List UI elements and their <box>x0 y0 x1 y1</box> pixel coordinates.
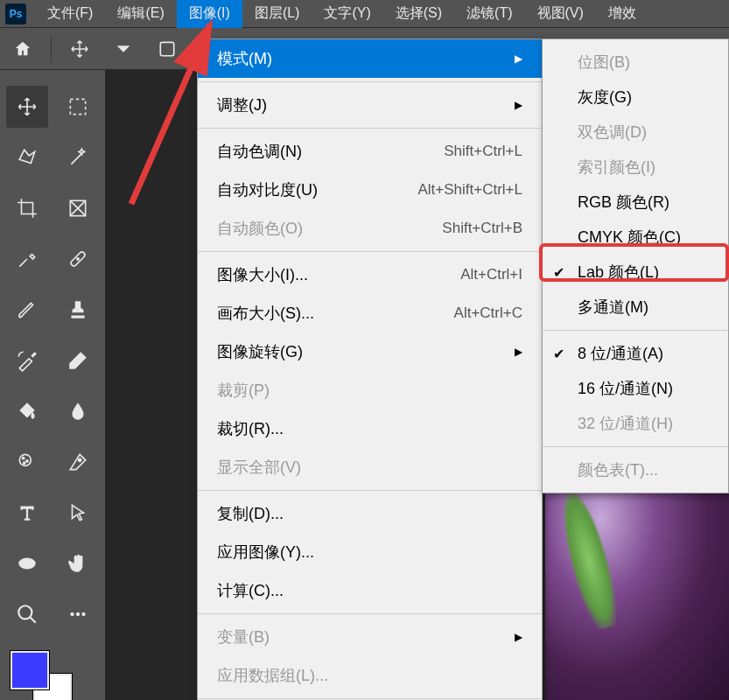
mode-8bit[interactable]: ✔8 位/通道(A) <box>543 336 728 371</box>
eraser-tool[interactable] <box>57 340 99 382</box>
menu-item-label: 位图(B) <box>578 53 630 71</box>
move-tool[interactable] <box>6 86 48 128</box>
mode-cmyk[interactable]: CMYK 颜色(C) <box>543 220 728 255</box>
mode-rgb[interactable]: RGB 颜色(R) <box>543 185 728 220</box>
brush-tool[interactable] <box>6 289 48 331</box>
bandaid-icon <box>67 248 89 270</box>
menu-item-mode[interactable]: 模式(M) ▶ <box>198 39 542 78</box>
home-button[interactable] <box>7 33 39 65</box>
menu-bar: Ps 文件(F) 编辑(E) 图像(I) 图层(L) 文字(Y) 选择(S) 滤… <box>0 0 729 28</box>
menu-filter[interactable]: 滤镜(T) <box>454 0 524 28</box>
type-tool[interactable] <box>6 492 48 534</box>
eyedropper-tool[interactable] <box>6 238 48 280</box>
mode-grayscale[interactable]: 灰度(G) <box>543 80 728 115</box>
svg-point-14 <box>81 612 85 616</box>
menu-separator <box>543 446 728 447</box>
frame-tool[interactable] <box>57 187 99 229</box>
history-brush-tool[interactable] <box>6 340 48 382</box>
tool-panel <box>0 70 105 700</box>
pen-tool[interactable] <box>57 441 99 483</box>
menu-item-shortcut: Alt+Ctrl+I <box>460 266 522 284</box>
mode-16bit[interactable]: 16 位/通道(N) <box>543 371 728 406</box>
mode-lab[interactable]: ✔Lab 颜色(L) <box>543 255 728 290</box>
ellipse-icon <box>16 552 39 575</box>
svg-rect-1 <box>70 99 85 114</box>
submenu-arrow-icon: ▶ <box>515 99 522 111</box>
submenu-arrow-icon: ▶ <box>515 631 522 643</box>
dots-icon <box>67 603 89 626</box>
menu-item-canvas-size[interactable]: 画布大小(S)... Alt+Ctrl+C <box>198 294 542 332</box>
menu-select[interactable]: 选择(S) <box>383 0 454 28</box>
menu-item-label: Lab 颜色(L) <box>578 263 659 281</box>
shape-tool[interactable] <box>6 542 48 584</box>
more-tools[interactable] <box>57 593 99 635</box>
blur-tool[interactable] <box>57 390 99 432</box>
menu-item-calculations[interactable]: 计算(C)... <box>198 571 542 610</box>
move-tool-indicator[interactable] <box>64 33 95 65</box>
menu-separator <box>198 251 542 252</box>
menu-item-auto-contrast[interactable]: 自动对比度(U) Alt+Shift+Ctrl+L <box>198 171 542 209</box>
menu-item-shortcut: Shift+Ctrl+L <box>444 143 522 160</box>
menu-item-label: 多通道(M) <box>578 298 648 316</box>
image-menu-dropdown: 模式(M) ▶ 调整(J) ▶ 自动色调(N) Shift+Ctrl+L 自动对… <box>197 38 543 700</box>
menu-separator <box>198 128 542 129</box>
stamp-tool[interactable] <box>57 289 99 331</box>
menu-edit[interactable]: 编辑(E) <box>105 0 176 28</box>
menu-separator <box>198 698 542 699</box>
dropdown-caret[interactable] <box>108 33 139 65</box>
menu-item-label: 模式(M) <box>217 48 272 69</box>
type-icon <box>16 501 39 524</box>
menu-item-label: 双色调(D) <box>578 123 647 141</box>
menu-item-trim[interactable]: 裁切(R)... <box>198 410 542 448</box>
lasso-tool[interactable] <box>6 136 48 178</box>
magic-wand-tool[interactable] <box>57 136 99 178</box>
crop-icon <box>16 197 39 220</box>
auto-select-checkbox[interactable] <box>151 33 183 65</box>
menu-file[interactable]: 文件(F) <box>35 0 105 28</box>
hand-tool[interactable] <box>57 542 99 584</box>
mode-multichannel[interactable]: 多通道(M) <box>543 290 728 325</box>
history-brush-icon <box>16 349 39 372</box>
menu-item-label: 32 位/通道(H) <box>578 415 673 432</box>
svg-point-12 <box>70 612 74 616</box>
menu-type[interactable]: 文字(Y) <box>312 0 382 28</box>
svg-point-8 <box>24 462 25 464</box>
menu-item-duplicate[interactable]: 复制(D)... <box>198 494 542 533</box>
marquee-tool[interactable] <box>57 86 99 128</box>
menu-item-variables: 变量(B) ▶ <box>198 618 542 656</box>
bucket-icon <box>16 400 39 423</box>
dodge-tool[interactable] <box>6 441 48 483</box>
check-icon: ✔ <box>553 346 564 362</box>
menu-view[interactable]: 视图(V) <box>525 0 596 28</box>
menu-item-label: 画布大小(S)... <box>217 303 314 324</box>
lasso-icon <box>16 146 39 169</box>
menu-item-label: 图像旋转(G) <box>217 341 303 362</box>
menu-item-label: 裁剪(P) <box>217 380 270 401</box>
svg-point-4 <box>77 258 79 260</box>
healing-tool[interactable] <box>57 238 99 280</box>
menu-layer[interactable]: 图层(L) <box>242 0 312 28</box>
svg-point-9 <box>79 458 81 461</box>
move-icon <box>70 39 89 59</box>
brush-icon <box>16 298 39 321</box>
menu-item-label: 灰度(G) <box>578 88 632 106</box>
svg-rect-0 <box>160 42 173 55</box>
menu-item-apply-image[interactable]: 应用图像(Y)... <box>198 533 542 571</box>
menu-image[interactable]: 图像(I) <box>177 0 242 28</box>
frame-icon <box>67 197 89 220</box>
eyedropper-icon <box>16 248 39 270</box>
gradient-tool[interactable] <box>6 390 48 432</box>
marquee-icon <box>67 95 89 118</box>
menu-plugins[interactable]: 增效 <box>596 0 648 28</box>
menu-item-rotate[interactable]: 图像旋转(G) ▶ <box>198 332 542 371</box>
menu-item-image-size[interactable]: 图像大小(I)... Alt+Ctrl+I <box>198 256 542 294</box>
menu-item-label: 自动色调(N) <box>217 141 302 162</box>
crop-tool[interactable] <box>6 187 48 229</box>
foreground-color-swatch[interactable] <box>11 651 49 690</box>
path-select-tool[interactable] <box>57 492 99 534</box>
color-swatches[interactable] <box>11 651 72 700</box>
menu-item-auto-tone[interactable]: 自动色调(N) Shift+Ctrl+L <box>198 132 542 171</box>
checkbox-icon <box>158 39 177 59</box>
menu-item-adjustments[interactable]: 调整(J) ▶ <box>198 86 542 124</box>
zoom-tool[interactable] <box>6 593 48 635</box>
